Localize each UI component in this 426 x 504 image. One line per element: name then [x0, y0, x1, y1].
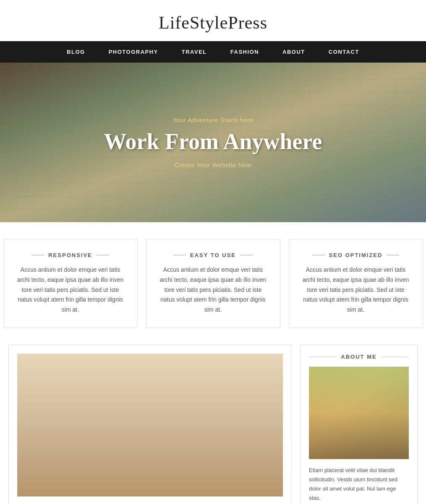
- feature-title: EASY TO USE: [159, 252, 267, 258]
- nav-item-photography[interactable]: PHOTOGRAPHY: [97, 41, 170, 63]
- feature-text: Accus antium et dolor emque veri tatis a…: [302, 265, 410, 315]
- feature-card: SEO OPTIMIZEDAccus antium et dolor emque…: [289, 239, 423, 328]
- hero-cta[interactable]: Create Your Website Now: [175, 161, 251, 168]
- feature-text: Accus antium et dolor emque veri tatis a…: [159, 265, 267, 315]
- about-widget-title: ABOUT ME: [309, 354, 409, 360]
- feature-title: RESPONSIVE: [16, 252, 125, 258]
- nav-item-fashion[interactable]: FASHION: [219, 41, 271, 63]
- main-content: The Best Part Of Coming Home Posted on A…: [8, 345, 292, 504]
- nav-item-blog[interactable]: BLOG: [55, 41, 97, 63]
- post-featured-image: [17, 354, 283, 496]
- about-widget: ABOUT ME Etiam placerat velit vitae dui …: [300, 345, 418, 504]
- nav-item-about[interactable]: ABOUT: [271, 41, 317, 63]
- feature-title: SEO OPTIMIZED: [302, 252, 410, 258]
- hero-section: Your Adventure Starts here Work From Any…: [0, 63, 426, 222]
- feature-text: Accus antium et dolor emque veri tatis a…: [16, 265, 125, 315]
- post-card: The Best Part Of Coming Home Posted on A…: [8, 345, 292, 504]
- nav-item-contact[interactable]: CONTACT: [317, 41, 371, 63]
- hero-title: Work From Anywhere: [104, 129, 322, 155]
- site-logo[interactable]: LifeStylePress: [8, 13, 418, 33]
- about-text: Etiam placerat velit vitae dui blandit s…: [309, 466, 409, 503]
- content-area: The Best Part Of Coming Home Posted on A…: [0, 345, 426, 504]
- feature-card: EASY TO USEAccus antium et dolor emque v…: [146, 239, 280, 328]
- hero-subtitle: Your Adventure Starts here: [172, 116, 254, 123]
- sidebar: ABOUT ME Etiam placerat velit vitae dui …: [300, 345, 418, 504]
- nav-item-travel[interactable]: TRAVEL: [170, 41, 219, 63]
- features-section: RESPONSIVEAccus antium et dolor emque ve…: [0, 222, 426, 345]
- about-image: [309, 367, 409, 459]
- feature-card: RESPONSIVEAccus antium et dolor emque ve…: [3, 239, 138, 328]
- main-navigation: BLOGPHOTOGRAPHYTRAVELFASHIONABOUTCONTACT: [0, 41, 426, 63]
- site-header: LifeStylePress: [0, 0, 426, 41]
